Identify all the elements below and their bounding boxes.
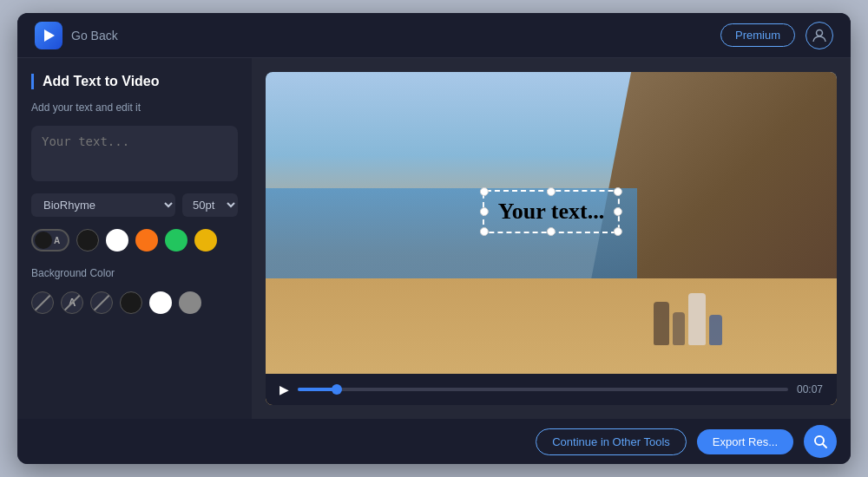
person-3: [688, 293, 706, 345]
bg-swatch-strikethrough[interactable]: [90, 291, 113, 314]
beach-scene: [266, 72, 837, 405]
bg-swatch-white[interactable]: [149, 291, 172, 314]
go-back-link[interactable]: Go Back: [71, 29, 118, 42]
bottom-bar: Continue in Other Tools Export Res...: [17, 419, 851, 464]
bg-swatch-dark[interactable]: [120, 291, 142, 314]
header: Go Back Premium: [17, 13, 851, 58]
bg-swatch-none[interactable]: [31, 291, 54, 314]
handle-mr[interactable]: [614, 207, 622, 216]
svg-point-1: [817, 29, 823, 36]
handle-tc[interactable]: [547, 187, 556, 196]
account-icon[interactable]: [806, 22, 833, 49]
search-fab[interactable]: [804, 425, 837, 458]
font-row: BioRhyme 50pt: [31, 193, 238, 217]
handle-bl[interactable]: [480, 227, 489, 236]
video-container: Your text... ▶ 0: [266, 72, 837, 405]
color-swatch-yellow[interactable]: [194, 229, 217, 252]
content-area: Your text... ▶ 0: [252, 58, 851, 419]
play-button[interactable]: ▶: [279, 382, 289, 396]
continue-button[interactable]: Continue in Other Tools: [536, 428, 687, 455]
video-controls: ▶ 00:07: [266, 374, 837, 405]
export-button[interactable]: Export Res...: [697, 429, 793, 454]
color-swatch-green[interactable]: [165, 229, 187, 252]
people-group: [654, 293, 722, 345]
svg-line-3: [823, 444, 826, 448]
bg-color-label: Background Color: [31, 267, 238, 279]
app-logo-icon: [35, 22, 62, 49]
progress-bar[interactable]: [298, 388, 788, 391]
person-4: [709, 315, 722, 345]
person-1: [654, 302, 669, 345]
overlay-text: Your text...: [498, 199, 604, 224]
handle-tl[interactable]: [480, 187, 489, 196]
header-left: Go Back: [35, 22, 118, 49]
bg-swatch-a[interactable]: A: [61, 291, 83, 314]
size-select[interactable]: 50pt: [182, 193, 238, 217]
header-right: Premium: [720, 22, 833, 49]
bg-color-row: A: [31, 291, 238, 314]
text-overlay-box[interactable]: Your text...: [483, 190, 620, 233]
bg-swatch-gray[interactable]: [179, 291, 201, 314]
sidebar: Add Text to Video Add your text and edit…: [17, 58, 252, 419]
font-select[interactable]: BioRhyme: [31, 193, 175, 217]
text-toggle[interactable]: A: [31, 229, 69, 252]
toggle-thumb: [35, 232, 52, 249]
main-body: Add Text to Video Add your text and edit…: [17, 58, 851, 419]
text-input[interactable]: [31, 126, 238, 181]
time-display: 00:07: [797, 383, 823, 395]
app-window: Go Back Premium Add Text to Video Add yo…: [17, 13, 851, 464]
color-swatch-black[interactable]: [76, 229, 99, 252]
person-2: [673, 312, 685, 345]
sidebar-subtitle: Add your text and edit it: [31, 101, 238, 114]
handle-ml[interactable]: [480, 207, 489, 216]
svg-marker-0: [44, 29, 55, 42]
color-swatch-orange[interactable]: [135, 229, 158, 252]
handle-bc[interactable]: [547, 227, 556, 236]
sidebar-title: Add Text to Video: [31, 74, 238, 89]
premium-button[interactable]: Premium: [720, 23, 795, 47]
progress-thumb: [332, 384, 342, 395]
color-swatch-white[interactable]: [106, 229, 128, 252]
text-color-row: A: [31, 229, 238, 252]
